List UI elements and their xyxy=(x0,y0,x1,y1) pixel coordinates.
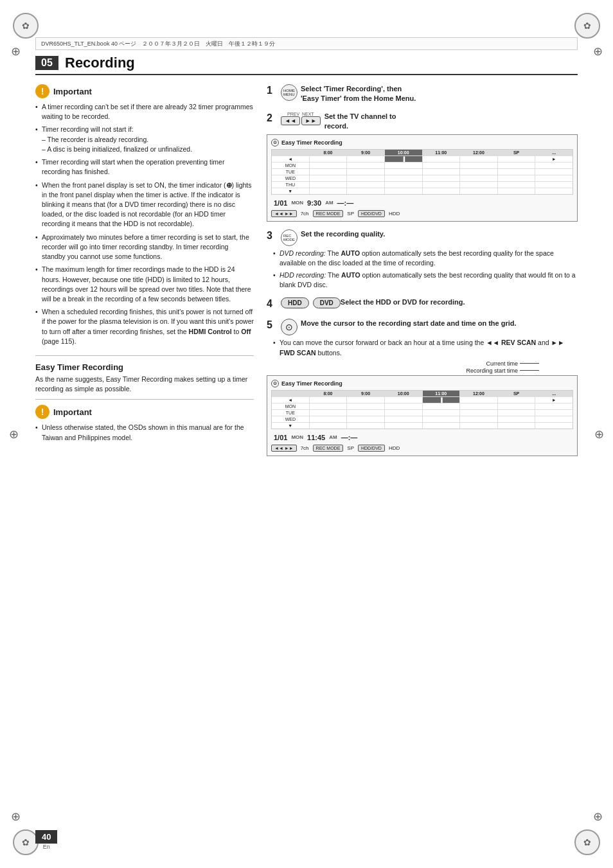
etr2-row3-c3 xyxy=(385,416,423,422)
etr-row3-c4 xyxy=(423,175,461,181)
recording-start-line xyxy=(520,370,539,371)
step-1: 1 HOMEMENU Select 'Timer Recording', the… xyxy=(267,84,578,104)
next-button[interactable]: ►► xyxy=(301,116,321,125)
etr2-row1-c6 xyxy=(498,403,536,409)
current-time-line xyxy=(520,363,539,364)
step-3-bullets: DVD recording: The AUTO option automatic… xyxy=(267,249,578,290)
etr-row0-c5 xyxy=(460,156,498,162)
etr2-grid-row-1: MON xyxy=(272,403,573,410)
etr-row5-c3 xyxy=(385,188,423,194)
etr-date-1: 1/01 xyxy=(274,199,287,207)
etr2-row1-c2 xyxy=(347,403,385,409)
etr-cell-h2: 9:00 xyxy=(347,150,385,155)
etr-row1-c2 xyxy=(347,163,385,168)
etr2-row1-label: MON xyxy=(272,403,310,409)
etr-btn-prev-next-2[interactable]: ◄◄ ►► xyxy=(271,445,297,452)
prev-button[interactable]: ◄◄ xyxy=(281,116,300,125)
etr2-row1-c7 xyxy=(535,403,573,409)
step-2-text: Set the TV channel torecord. xyxy=(324,112,396,132)
etr2-row0-c5 xyxy=(460,397,498,403)
etr2-grid-row-0: ◄ ▐ ► xyxy=(272,397,573,403)
recording-start-label: Recording start time xyxy=(466,368,518,374)
etr2-row2-c4 xyxy=(423,410,461,416)
etr2-row1-c4 xyxy=(423,403,461,409)
etr-ampm-2: AM xyxy=(329,434,337,440)
etr-title-text-2: Easy Timer Recording xyxy=(281,380,342,387)
bullet-5: Approximately two minutes before a timer… xyxy=(35,233,254,262)
etr-row0-c7: ► xyxy=(535,156,573,162)
etr-row2-c2 xyxy=(347,169,385,175)
main-content: 05 Recording Important A timer recording… xyxy=(35,55,578,829)
etr-hdd-dvd-2[interactable]: HDD/DVD xyxy=(358,445,385,452)
step-1-number: 1 xyxy=(267,84,277,96)
etr-cell-h7: ... xyxy=(535,150,573,155)
hdd-button[interactable]: HDD xyxy=(281,297,309,308)
page-number: 40 xyxy=(35,830,57,844)
etr2-row2-c1 xyxy=(310,410,348,416)
etr2-row4-c7 xyxy=(535,423,573,429)
bullet-4: When the front panel display is set to O… xyxy=(35,181,254,229)
hdd-dvd-btn-group: HDD DVD xyxy=(281,297,341,308)
etr-row1-c1 xyxy=(310,163,348,168)
etr-row2-c6 xyxy=(498,169,536,175)
step-5-bullet-1: You can move the cursor forward or back … xyxy=(273,338,578,357)
crosshair-tl: ⊕ xyxy=(9,45,22,58)
corner-decoration-tr xyxy=(574,13,600,39)
chapter-title: Recording xyxy=(65,55,135,71)
etr2-row0-c3 xyxy=(385,397,423,403)
etr-cell-h3: 10:00 xyxy=(385,150,423,155)
chapter-header: 05 Recording xyxy=(35,55,578,75)
divider-2 xyxy=(35,399,254,400)
etr-hdd-dvd-1[interactable]: HDD/DVD xyxy=(358,210,385,217)
etr-channel-1: 7ch xyxy=(301,211,309,217)
etr-row4-c6 xyxy=(498,182,536,188)
step-5-number: 5 xyxy=(267,319,277,331)
etr2-cell-h6: SP xyxy=(498,391,536,396)
etr-row3-c5 xyxy=(460,175,498,181)
crosshair-mid-r: ⊕ xyxy=(594,427,604,441)
step-5-bullets: You can move the cursor forward or back … xyxy=(267,338,578,357)
etr2-cell-h7: ... xyxy=(535,391,573,396)
crosshair-tr: ⊕ xyxy=(591,45,604,58)
etr-dash-2: —:— xyxy=(341,434,358,441)
etr-title-2: ⊙ Easy Timer Recording xyxy=(271,380,573,387)
etr-row5-c2 xyxy=(347,188,385,194)
etr2-row3-c4 xyxy=(423,416,461,422)
etr-rec-mode-2[interactable]: REC MODE xyxy=(313,445,344,452)
etr-row1-c3 xyxy=(385,163,423,168)
etr2-cell-h1: 8:00 xyxy=(310,391,348,396)
etr-row0-c4 xyxy=(423,156,461,162)
etr2-row4-c2 xyxy=(347,423,385,429)
etr-time-1: 9:30 xyxy=(307,199,321,207)
important-title-1: Important xyxy=(53,87,92,96)
dvd-button[interactable]: DVD xyxy=(313,297,341,308)
etr-grid-row-3: WED xyxy=(272,175,573,182)
corner-decoration-tl xyxy=(13,13,39,39)
etr-channel-2: 7ch xyxy=(301,445,309,451)
step-3-bullet-2: HDD recording: The AUTO option automatic… xyxy=(273,270,578,290)
etr-btn-prev-next-1[interactable]: ◄◄ ►► xyxy=(271,210,297,217)
bullet-1: A timer recording can't be set if there … xyxy=(35,102,254,121)
important-header-2: Important xyxy=(35,405,254,419)
bullet-imp2-1: Unless otherwise stated, the OSDs shown … xyxy=(35,423,254,442)
step-5: 5 ⊙ Move the cursor to the recording sta… xyxy=(267,319,578,456)
etr2-row1-c1 xyxy=(310,403,348,409)
etr-row4-c4 xyxy=(423,182,461,188)
etr2-cell-h2: 9:00 xyxy=(347,391,385,396)
etr-ampm-1: AM xyxy=(325,200,333,206)
etr2-row2-c2 xyxy=(347,410,385,416)
etr2-row4-c6 xyxy=(498,423,536,429)
etr2-cell-h5: 12:00 xyxy=(460,391,498,396)
etr-icon-2: ⊙ xyxy=(271,380,279,387)
etr2-row3-c2 xyxy=(347,416,385,422)
etr-row4-c7 xyxy=(535,182,573,188)
etr2-row0-c1 xyxy=(310,397,348,403)
etr-grid-header-row: 8:00 9:00 10:00 11:00 12:00 SP ... xyxy=(272,150,573,156)
etr-rec-mode-1[interactable]: REC MODE xyxy=(313,210,344,217)
etr-grid-row-0: ◄ ▐ ► xyxy=(272,156,573,163)
two-col-layout: Important A timer recording can't be set… xyxy=(35,84,578,464)
etr-row5-c5 xyxy=(460,188,498,194)
step-3-header: 3 RECMODE Set the recording quality. xyxy=(267,229,578,246)
etr-row2-c7 xyxy=(535,169,573,175)
etr2-row2-c5 xyxy=(460,410,498,416)
